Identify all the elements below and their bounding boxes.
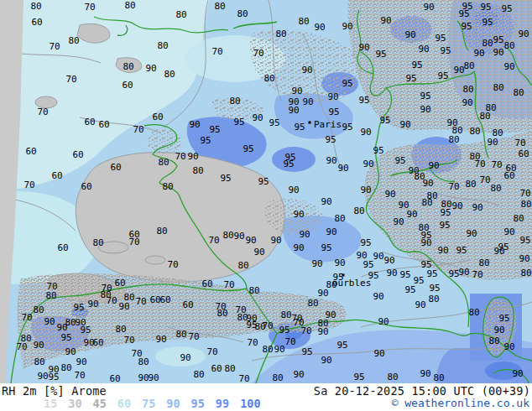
rh-value-label: 70: [84, 2, 95, 13]
rh-value-label: 90: [293, 209, 304, 220]
rh-value-label: 80: [92, 237, 103, 248]
rh-value-label: 60: [81, 181, 91, 192]
rh-value-label: 90: [493, 246, 504, 257]
rh-value-label: 60: [152, 112, 163, 122]
rh-value-label: 70: [247, 337, 258, 348]
rh-value-label: 90: [311, 258, 322, 269]
rh-value-label: 80: [216, 308, 227, 319]
rh-value-label: 80: [428, 294, 439, 304]
rh-value-label: 80: [237, 8, 248, 19]
rh-value-label: 80: [490, 183, 501, 194]
rh-value-label: 80: [520, 199, 531, 210]
rh-value-label: 95: [358, 95, 369, 106]
rh-value-label: 80: [33, 304, 44, 315]
rh-value-label: 90: [148, 372, 159, 383]
rh-value-label: 95: [209, 124, 220, 135]
rh-value-label: 95: [519, 235, 530, 246]
rh-value-label: 90: [420, 104, 430, 115]
rh-value-label: 90: [253, 247, 264, 258]
rh-value-label: 70: [188, 331, 199, 342]
rh-value-label: 70: [21, 312, 32, 323]
rh-value-label: 90: [180, 352, 190, 363]
rh-value-label: 90: [466, 228, 477, 239]
rh-value-label: 80: [214, 1, 225, 12]
rh-value-label: 80: [138, 356, 149, 367]
rh-value-label: 60: [98, 119, 109, 130]
rh-value-label: 95: [48, 372, 59, 382]
rh-value-label: 90: [383, 255, 394, 266]
rh-value-label: 70: [16, 341, 27, 352]
legend-value-75: 75: [142, 397, 155, 410]
city-dot-icon: [342, 274, 345, 277]
map-title: RH 2m [%] Arome: [2, 384, 107, 398]
rh-value-label: 80: [192, 165, 203, 176]
rh-value-label: 90: [373, 251, 383, 262]
weather-map: 8070806080708080908070607060606070808080…: [0, 0, 532, 383]
rh-value-label: 95: [440, 45, 451, 56]
rh-value-label: 95: [501, 3, 512, 14]
rh-value-label: 90: [326, 155, 336, 166]
rh-value-label: 95: [405, 73, 416, 84]
rh-value-label: 70: [211, 46, 222, 57]
rh-value-label: 70: [65, 74, 76, 85]
rh-value-label: 95: [480, 2, 491, 13]
rh-value-label: 90: [373, 291, 383, 302]
rh-value-label: 90: [399, 119, 410, 130]
rh-value-label: 80: [164, 69, 175, 80]
rh-value-label: 95: [73, 302, 84, 313]
rh-value-label: 60: [25, 146, 36, 157]
rh-value-label: 90: [65, 346, 76, 357]
rh-value-label: 95: [411, 60, 422, 70]
rh-value-label: 95: [258, 176, 269, 187]
rh-value-label: 90: [493, 325, 504, 336]
rh-value-label: 95: [498, 313, 509, 324]
rh-value-label: 70: [208, 235, 219, 246]
rh-value-label: 90: [293, 369, 304, 380]
rh-value-label: 90: [512, 368, 523, 379]
rh-value-label: 95: [482, 17, 493, 28]
rh-value-label: 60: [110, 162, 121, 173]
rh-value-label: 80: [421, 197, 432, 208]
rh-value-label: 80: [224, 363, 235, 374]
rh-value-label: 80: [124, 0, 135, 11]
rh-value-label: 80: [222, 230, 233, 241]
rh-value-label: 70: [491, 159, 502, 170]
rh-value-label: 90: [87, 299, 98, 310]
rh-value-label: 80: [158, 157, 169, 168]
rh-value-label: 60: [201, 278, 212, 289]
rh-value-label: 70: [479, 174, 490, 185]
rh-value-label: 95: [220, 173, 231, 184]
rh-value-label: 70: [514, 138, 525, 148]
rh-value-label: 95: [420, 91, 430, 101]
rh-value-label: 70: [253, 48, 263, 59]
rh-value-label: 90: [428, 160, 439, 171]
rh-value-label: 80: [156, 226, 167, 237]
rh-value-label: 80: [229, 96, 240, 107]
legend-value-30: 30: [68, 397, 81, 410]
rh-value-label: 80: [30, 1, 41, 12]
rh-value-label: 60: [51, 170, 62, 181]
rh-value-label: 90: [252, 112, 263, 123]
rh-value-label: 80: [115, 324, 126, 335]
rh-value-label: 90: [519, 253, 529, 264]
footer-bar: RH 2m [%] Arome Sa 20-12-2025 15:00 UTC …: [0, 383, 532, 411]
rh-value-label: 95: [379, 115, 390, 126]
rh-value-label: 95: [439, 220, 450, 231]
rh-value-label: 95: [328, 107, 339, 117]
rh-value-label: 95: [437, 70, 448, 81]
rh-value-label: 90: [487, 137, 498, 148]
rh-value-label: 95: [362, 259, 373, 270]
rh-value-label: 95: [373, 145, 383, 156]
rh-value-label: 70: [284, 336, 295, 347]
rh-value-label: 70: [23, 179, 34, 190]
rh-value-label: 90: [393, 216, 404, 227]
rh-value-label: 95: [360, 237, 371, 248]
rh-value-label: 90: [458, 267, 469, 278]
rh-value-label: 80: [45, 290, 56, 301]
rh-value-label: 90: [422, 178, 433, 189]
rh-value-label: 90: [420, 237, 431, 248]
rh-value-label: 90: [358, 42, 369, 53]
footer-row-1: RH 2m [%] Arome Sa 20-12-2025 15:00 UTC …: [0, 383, 532, 398]
rh-value-label: 80: [157, 40, 168, 51]
map-datetime: Sa 20-12-2025 15:00 UTC (00+39): [314, 384, 530, 398]
